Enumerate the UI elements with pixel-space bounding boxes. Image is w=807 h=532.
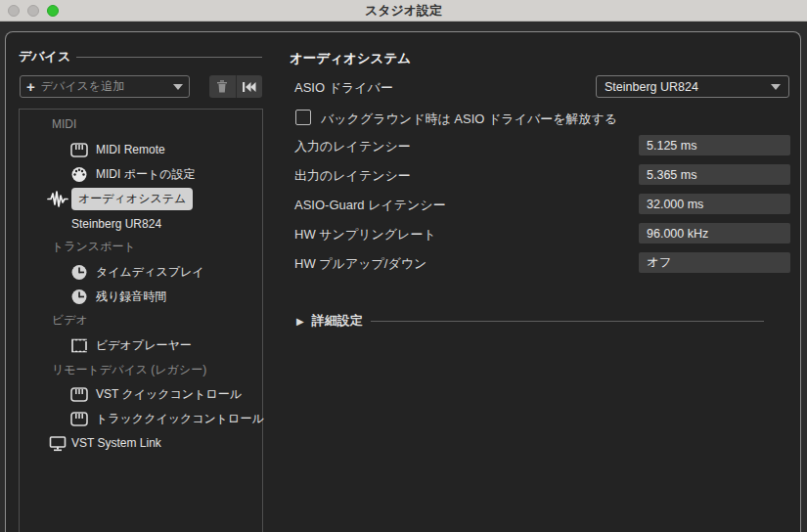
- rewind-to-start-icon: [242, 81, 256, 93]
- divider: [76, 57, 262, 58]
- chevron-down-icon: [771, 84, 781, 90]
- hw-sample-rate-value: 96.000 kHz: [639, 223, 790, 244]
- studio-setup-dialog: デバイス + デバイスを追加 MIDI: [5, 31, 801, 532]
- advanced-settings-disclosure[interactable]: ▶ 詳細設定: [296, 313, 764, 329]
- tree-group-video: ビデオ: [52, 309, 88, 331]
- output-latency-value: 5.365 ms: [639, 164, 790, 185]
- tree-group-midi: MIDI: [52, 113, 76, 135]
- input-latency-label: 入力のレイテンシー: [294, 138, 411, 155]
- tree-item-vst-system-link[interactable]: VST System Link: [49, 432, 161, 454]
- trash-icon: [215, 79, 229, 94]
- tree-item-remaining-record-time[interactable]: 残り録音時間: [70, 286, 166, 307]
- page-title: オーディオシステム: [290, 50, 411, 67]
- devices-section-title: デバイス: [19, 48, 70, 66]
- output-latency-label: 出力のレイテンシー: [294, 167, 411, 185]
- titlebar: スタジオ設定: [0, 0, 807, 22]
- reset-devices-button[interactable]: [236, 75, 263, 98]
- selected-item-label: オーディオシステム: [71, 188, 193, 210]
- clock-icon: [70, 288, 88, 305]
- chevron-down-icon: [173, 84, 183, 90]
- asio-guard-latency-value: 32.000 ms: [639, 194, 790, 214]
- midi-keyboard-icon: [70, 386, 88, 403]
- film-frame-icon: [70, 337, 88, 354]
- plus-icon: +: [26, 79, 35, 94]
- tree-item-video-player[interactable]: ビデオプレーヤー: [70, 334, 192, 356]
- waveform-icon: [47, 191, 68, 207]
- remove-device-button[interactable]: [209, 75, 236, 98]
- tree-item-vst-quick-controls[interactable]: VST クイックコントロール: [70, 383, 242, 405]
- advanced-settings-label: 詳細設定: [312, 312, 363, 330]
- tree-item-time-display[interactable]: タイムディスプレイ: [70, 261, 204, 283]
- release-driver-checkbox[interactable]: [295, 110, 311, 125]
- divider: [371, 321, 764, 322]
- tree-group-transport: トランスポート: [52, 236, 136, 257]
- add-device-placeholder: デバイスを追加: [41, 78, 167, 95]
- asio-driver-label: ASIO ドライバー: [294, 79, 393, 97]
- hw-pull-updown-value: オフ: [639, 252, 790, 273]
- add-device-dropdown[interactable]: + デバイスを追加: [20, 75, 190, 98]
- tree-group-remote-devices-legacy: リモートデバイス (レガシー): [52, 359, 206, 380]
- hw-sample-rate-label: HW サンプリングレート: [294, 226, 436, 244]
- clock-icon: [70, 264, 88, 281]
- input-latency-value: 5.125 ms: [639, 135, 790, 155]
- midi-keyboard-icon: [70, 411, 88, 427]
- tree-item-midi-port-setup[interactable]: MIDI ポートの設定: [70, 163, 196, 185]
- tree-item-audio-system[interactable]: オーディオシステム: [47, 188, 193, 209]
- monitor-icon: [49, 435, 67, 452]
- release-driver-label: バックグラウンド時は ASIO ドライバーを解放する: [321, 111, 617, 128]
- midi-keyboard-icon: [70, 142, 88, 158]
- devices-section-header: デバイス: [19, 48, 262, 66]
- tree-item-track-quick-controls[interactable]: トラッククイックコントロール: [70, 408, 264, 429]
- asio-driver-value: Steinberg UR824: [605, 80, 771, 94]
- device-toolbar: [209, 75, 262, 98]
- tree-item-steinberg-ur824[interactable]: Steinberg UR824: [71, 213, 161, 235]
- disclosure-triangle-icon: ▶: [296, 316, 304, 327]
- asio-driver-dropdown[interactable]: Steinberg UR824: [596, 75, 789, 98]
- asio-guard-latency-label: ASIO-Guard レイテンシー: [294, 197, 446, 214]
- device-tree: MIDI MIDI Remote MIDI ポートの設定: [19, 109, 263, 532]
- midi-port-icon: [70, 166, 88, 183]
- window-title: スタジオ設定: [0, 0, 807, 22]
- tree-item-midi-remote[interactable]: MIDI Remote: [70, 139, 165, 160]
- hw-pull-updown-label: HW プルアップ/ダウン: [294, 255, 426, 273]
